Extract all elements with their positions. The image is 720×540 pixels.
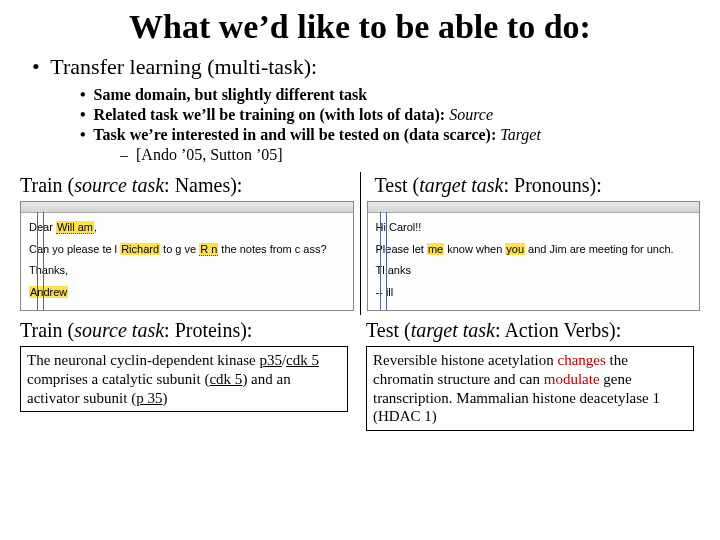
train-names-email: Dear Will am, Can yo please te l Richard… [20, 201, 354, 311]
train-proteins-box: The neuronal cyclin-dependent kinase p35… [20, 346, 348, 412]
email-thanks: Tl anks [376, 262, 692, 279]
email-greeting: Hi Carol!! [376, 219, 692, 236]
email-toolbar [21, 202, 353, 213]
email-toolbar [368, 202, 700, 213]
train-proteins-label: Train (source task: Proteins): [20, 319, 354, 342]
bullet-l2c-pre: Task we’re interested in and will be tes… [93, 126, 500, 143]
train-names-label: Train (source task: Names): [20, 174, 354, 197]
email-sig: Andrew [29, 284, 345, 301]
email-line: Please let me know when you and Jim are … [376, 241, 692, 258]
email-line: Can yo please te l Richard to g ve R n t… [29, 241, 345, 258]
bullet-l2c-em: Target [500, 126, 541, 143]
test-verbs-box: Reversible histone acetylation changes t… [366, 346, 694, 431]
hl-richard: Richard [120, 243, 160, 255]
bullet-l1-text: Transfer learning (multi-task): [50, 54, 317, 79]
ul-cdk5: cdk 5 [286, 352, 319, 368]
hl-me: me [427, 243, 444, 255]
email-thanks: Thanks, [29, 262, 345, 279]
hl-andrew: Andrew [29, 286, 68, 298]
bullet-source: • Related task we’ll be training on (wit… [80, 106, 700, 124]
bullet-l2b-pre: Related task we’ll be training on (with … [94, 106, 450, 123]
bullet-transfer-learning: • Transfer learning (multi-task): [32, 54, 700, 80]
bullet-same-domain: • Same domain, but slightly different ta… [80, 86, 700, 104]
email-sig: -- ill [376, 284, 692, 301]
email-greeting: Dear Will am, [29, 219, 345, 236]
test-pronouns-label: Test (target task: Pronouns): [367, 174, 701, 197]
bullet-citation: – [Ando ’05, Sutton ’05] [120, 146, 700, 164]
bullet-l2a-text: Same domain, but slightly different task [94, 86, 368, 103]
bullet-target: • Task we’re interested in and will be t… [80, 126, 700, 144]
test-verbs-label: Test (target task: Action Verbs): [366, 319, 700, 342]
hl-william: Will am [56, 221, 94, 234]
bullet-l2b-em: Source [449, 106, 493, 123]
red-changes: changes [558, 352, 606, 368]
slide-title: What we’d like to be able to do: [20, 8, 700, 46]
red-modulate: modulate [544, 371, 600, 387]
hl-you: you [505, 243, 525, 255]
test-pronouns-email: Hi Carol!! Please let me know when you a… [367, 201, 701, 311]
hl-rn: R n [199, 243, 218, 256]
bullet-l3-text: [Ando ’05, Sutton ’05] [136, 146, 283, 163]
ul-p35: p35 [259, 352, 282, 368]
ul-p35-2: p 35 [136, 390, 162, 406]
ul-cdk5-2: cdk 5 [209, 371, 242, 387]
